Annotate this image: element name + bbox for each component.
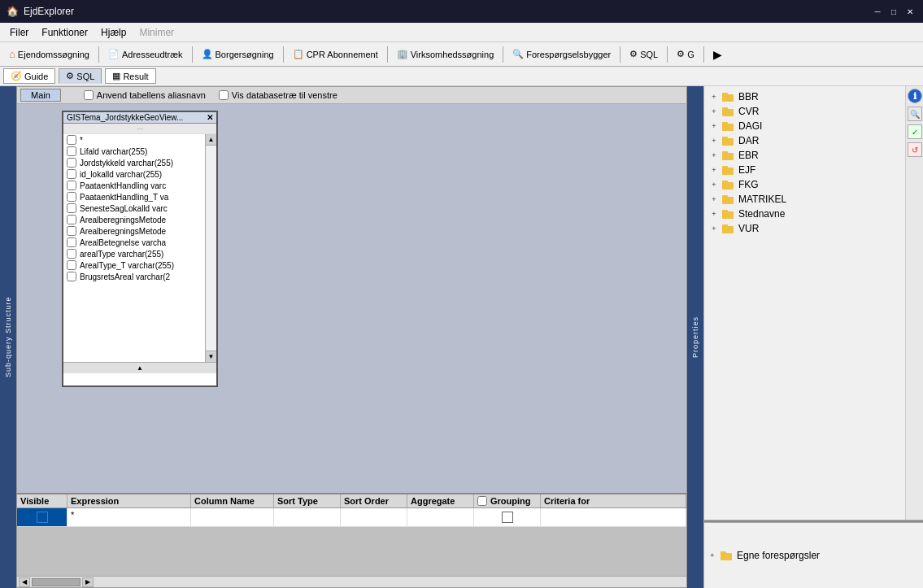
tree-item-ebr[interactable]: + EBR bbox=[707, 148, 902, 163]
cell-expression[interactable]: * bbox=[67, 508, 191, 526]
grouping-checkbox[interactable] bbox=[502, 512, 513, 523]
field-row-6[interactable]: ArealberegningsMetode bbox=[63, 214, 205, 225]
menu-hjaelp[interactable]: Hjælp bbox=[94, 25, 133, 40]
expand-vur[interactable]: + bbox=[709, 224, 719, 233]
cell-visible[interactable] bbox=[17, 508, 67, 526]
refresh-icon-btn[interactable]: ↺ bbox=[908, 142, 922, 157]
h-scroll-right[interactable]: ▶ bbox=[82, 577, 94, 587]
field-checkbox-0[interactable] bbox=[67, 146, 76, 156]
expand-cvr[interactable]: + bbox=[709, 107, 719, 116]
alias-checkbox-label[interactable]: Anvend tabellens aliasnavn bbox=[84, 90, 206, 100]
field-checkbox-9[interactable] bbox=[67, 249, 76, 259]
table-scrollbar[interactable]: ▲ ▼ bbox=[205, 134, 216, 362]
field-row-11[interactable]: BrugsretsAreal varchar(2 bbox=[63, 271, 205, 282]
cell-aggregate[interactable] bbox=[407, 508, 474, 526]
close-table-icon[interactable]: ✕ bbox=[207, 113, 213, 122]
expand-ejf[interactable]: + bbox=[709, 165, 719, 175]
table-scroll-bottom[interactable]: ▲ bbox=[63, 362, 216, 373]
check-icon-btn[interactable]: ✓ bbox=[908, 124, 922, 139]
toolbar-sql[interactable]: ⚙ SQL bbox=[624, 46, 664, 62]
toolbar-borger[interactable]: 👤 Borgersøgning bbox=[196, 46, 280, 62]
close-button[interactable]: ✕ bbox=[903, 5, 916, 18]
search-icon-btn[interactable]: 🔍 bbox=[908, 107, 922, 121]
field-row-7[interactable]: ArealberegningsMetode bbox=[63, 225, 205, 237]
field-checkbox-10[interactable] bbox=[67, 260, 76, 270]
properties-sidebar: Properties bbox=[687, 86, 703, 588]
field-checkbox-11[interactable] bbox=[67, 272, 76, 281]
alias-checkbox[interactable] bbox=[84, 90, 94, 100]
field-row-10[interactable]: ArealType_T varchar(255) bbox=[63, 259, 205, 271]
field-row-5[interactable]: SenesteSagLokalld varc bbox=[63, 203, 205, 214]
field-row-4[interactable]: PaataenktHandling_T va bbox=[63, 191, 205, 203]
field-checkbox-star[interactable] bbox=[67, 135, 76, 145]
field-checkbox-5[interactable] bbox=[67, 203, 76, 213]
tab-sql[interactable]: ⚙ SQL bbox=[59, 68, 102, 84]
cell-colname[interactable] bbox=[191, 508, 274, 526]
field-checkbox-3[interactable] bbox=[67, 181, 76, 190]
cell-grouping[interactable] bbox=[474, 508, 541, 526]
expand-matrikel[interactable]: + bbox=[709, 194, 719, 204]
field-row-star[interactable]: * bbox=[63, 134, 205, 146]
expand-dagi[interactable]: + bbox=[709, 121, 719, 131]
expand-egne[interactable]: + bbox=[707, 551, 717, 560]
toolbar-cpr[interactable]: 📋 CPR Abonnement bbox=[287, 46, 384, 62]
minimize-button[interactable]: ─ bbox=[871, 5, 884, 18]
cell-criteria[interactable] bbox=[541, 508, 686, 526]
h-scrollbar[interactable]: ◀ ▶ bbox=[17, 576, 686, 587]
tree-item-bbr[interactable]: + BBR bbox=[707, 89, 902, 104]
expand-ebr[interactable]: + bbox=[709, 150, 719, 160]
toolbar-virk[interactable]: 🏢 Virksomhedssøgning bbox=[391, 46, 500, 62]
expand-bbr[interactable]: + bbox=[709, 92, 719, 102]
dbtree-checkbox[interactable] bbox=[219, 90, 229, 100]
drag-handle-icon: ··· bbox=[137, 124, 143, 133]
field-row-1[interactable]: Jordstykkeld varchar(255) bbox=[63, 157, 205, 168]
field-checkbox-6[interactable] bbox=[67, 215, 76, 224]
menu-funktioner[interactable]: Funktioner bbox=[35, 25, 94, 40]
tree-item-ejf[interactable]: + EJF bbox=[707, 163, 902, 177]
field-label-6: ArealberegningsMetode bbox=[80, 216, 166, 224]
h-scroll-thumb[interactable] bbox=[32, 578, 81, 586]
info-icon-btn[interactable]: ℹ bbox=[908, 89, 922, 103]
field-row-3[interactable]: PaataenktHandling varc bbox=[63, 180, 205, 191]
maximize-button[interactable]: □ bbox=[887, 5, 900, 18]
toolbar-ejendom[interactable]: ⌂ Ejendomssøgning bbox=[3, 46, 95, 63]
field-row-2[interactable]: id_lokalld varchar(255) bbox=[63, 168, 205, 180]
tree-label-fkg: FKG bbox=[738, 179, 759, 190]
tree-item-stednavne[interactable]: + Stednavne bbox=[707, 207, 902, 221]
toolbar-cpr-label: CPR Abonnement bbox=[307, 50, 378, 59]
menu-minimer[interactable]: Minimer bbox=[133, 25, 181, 40]
expand-stednavne[interactable]: + bbox=[709, 209, 719, 219]
tree-item-fkg[interactable]: + FKG bbox=[707, 177, 902, 192]
grouping-header-checkbox[interactable] bbox=[477, 496, 487, 506]
field-checkbox-2[interactable] bbox=[67, 169, 76, 179]
h-scroll-left[interactable]: ◀ bbox=[19, 577, 30, 587]
tab-result[interactable]: ▦ Result bbox=[105, 68, 155, 84]
main-tab-button[interactable]: Main bbox=[20, 89, 61, 102]
tree-item-dagi[interactable]: + DAGI bbox=[707, 119, 902, 133]
field-row-0[interactable]: Lifald varchar(255) bbox=[63, 146, 205, 157]
toolbar-more[interactable]: ▶ bbox=[707, 46, 728, 63]
tree-item-dar[interactable]: + DAR bbox=[707, 133, 902, 148]
field-row-9[interactable]: arealType varchar(255) bbox=[63, 248, 205, 259]
field-checkbox-1[interactable] bbox=[67, 158, 76, 168]
tree-item-matrikel[interactable]: + MATRIKEL bbox=[707, 192, 902, 207]
toolbar-query[interactable]: 🔍 Forespørgselsbygger bbox=[507, 46, 616, 62]
dbtree-checkbox-label[interactable]: Vis databasetræ til venstre bbox=[219, 90, 337, 100]
field-checkbox-4[interactable] bbox=[67, 192, 76, 202]
cell-sorttype[interactable] bbox=[274, 508, 341, 526]
cell-sortorder[interactable] bbox=[341, 508, 407, 526]
field-checkbox-8[interactable] bbox=[67, 237, 76, 247]
toolbar-query-label: Forespørgselsbygger bbox=[526, 50, 611, 59]
tree-item-cvr[interactable]: + CVR bbox=[707, 104, 902, 119]
tab-guide[interactable]: 🧭 Guide bbox=[3, 68, 55, 84]
scroll-up-btn[interactable]: ▲ bbox=[206, 134, 216, 146]
scroll-down-btn[interactable]: ▼ bbox=[206, 351, 216, 362]
expand-fkg[interactable]: + bbox=[709, 180, 719, 189]
toolbar-adresse[interactable]: 📄 Adresseudtræk bbox=[102, 46, 189, 62]
expand-dar[interactable]: + bbox=[709, 136, 719, 146]
menu-filer[interactable]: Filer bbox=[3, 25, 35, 40]
toolbar-g[interactable]: ⚙ G bbox=[671, 46, 700, 62]
field-checkbox-7[interactable] bbox=[67, 226, 76, 236]
tree-item-vur[interactable]: + VUR bbox=[707, 221, 902, 236]
field-row-8[interactable]: ArealBetegnelse varcha bbox=[63, 237, 205, 248]
